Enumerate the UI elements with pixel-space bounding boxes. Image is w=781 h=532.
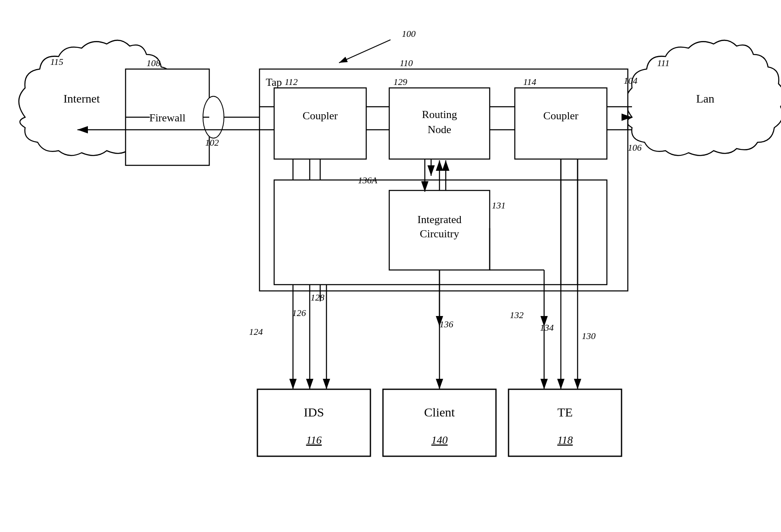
coupler-left-label: Coupler <box>303 110 338 122</box>
ids-box <box>257 389 370 456</box>
ref-111: 111 <box>657 58 670 68</box>
ref-136A: 136A <box>358 175 378 185</box>
ids-label: IDS <box>304 405 324 419</box>
te-ref: 118 <box>557 434 573 446</box>
ic-label2: Circuitry <box>420 228 459 240</box>
ic-label1: Integrated <box>417 213 461 226</box>
ref-130: 130 <box>582 331 596 341</box>
ref-114: 114 <box>523 77 536 87</box>
lan-label: Lan <box>696 92 714 105</box>
tap-label: Tap <box>266 76 282 88</box>
te-box <box>509 389 622 456</box>
routing-label2: Node <box>428 123 451 136</box>
ref-104: 104 <box>624 75 637 86</box>
ref-112: 112 <box>285 77 298 87</box>
ref-124: 124 <box>249 326 263 337</box>
ref-128: 128 <box>311 292 324 303</box>
coupler-left-box <box>274 88 366 159</box>
patent-diagram: 100 Internet 115 Lan 111 Firewall 108 10… <box>0 0 781 532</box>
coupler-right-box <box>515 88 607 159</box>
ref-136: 136 <box>439 319 453 329</box>
ref-134: 134 <box>540 322 554 333</box>
te-label: TE <box>557 405 573 419</box>
ref-129: 129 <box>393 77 407 87</box>
firewall-label: Firewall <box>149 112 186 124</box>
internet-label: Internet <box>63 92 100 105</box>
ref-100: 100 <box>402 28 416 39</box>
ids-ref: 116 <box>306 434 321 446</box>
ref-108: 108 <box>146 58 160 68</box>
ref-115: 115 <box>50 57 63 67</box>
ref-132: 132 <box>510 310 524 320</box>
client-label: Client <box>424 405 455 419</box>
ref-131: 131 <box>492 200 506 211</box>
ref-110: 110 <box>400 58 413 68</box>
coupler-right-label: Coupler <box>543 110 578 122</box>
ref-126: 126 <box>292 308 306 318</box>
client-ref: 140 <box>432 434 448 446</box>
ref-102: 102 <box>205 137 219 148</box>
ref-106: 106 <box>628 142 642 153</box>
client-box <box>383 389 496 456</box>
routing-label1: Routing <box>422 108 457 121</box>
